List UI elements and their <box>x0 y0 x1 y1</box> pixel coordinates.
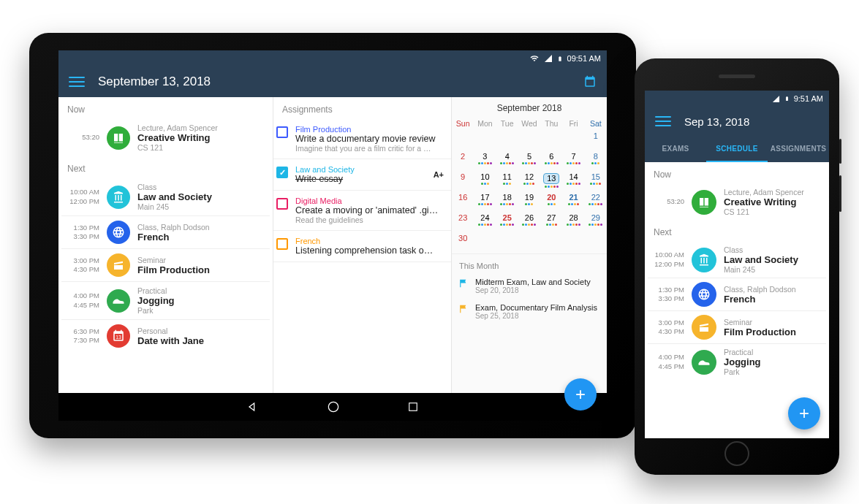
calendar-day[interactable]: 14 <box>562 172 584 192</box>
tab-assignments[interactable]: ASSIGNMENTS <box>768 136 829 162</box>
calendar-day[interactable]: 19 <box>518 192 540 213</box>
tab-schedule[interactable]: SCHEDULE <box>706 136 768 162</box>
calendar-day[interactable]: 7 <box>562 151 584 172</box>
calendar-day[interactable]: 20 <box>540 192 562 213</box>
calendar-day[interactable]: 29 <box>585 213 607 233</box>
calendar-day[interactable]: 4 <box>496 151 518 172</box>
calendar-day[interactable]: 8 <box>585 151 607 172</box>
assignment-item[interactable]: French Listening comprehension task o… <box>273 231 451 262</box>
this-month-label: This Month <box>452 253 607 273</box>
schedule-item[interactable]: 10:00 AM12:00 PM Class Law and Society M… <box>61 178 270 216</box>
schedule-item[interactable]: 6:30 PM7:30 PM 13 Personal Date with Jan… <box>61 320 270 352</box>
signal-icon <box>544 54 553 63</box>
schedule-item[interactable]: 10:00 AM12:00 PM Class Law and Society M… <box>648 242 826 278</box>
menu-icon[interactable] <box>69 74 85 90</box>
fab-add[interactable]: + <box>564 378 597 411</box>
calendar-day[interactable]: 15 <box>585 172 607 192</box>
tab-exams[interactable]: EXAMS <box>645 136 706 162</box>
time-label: 3:00 PM4:30 PM <box>649 318 684 337</box>
phone-frame: 9:51 AM Sep 13, 2018 EXAMSSCHEDULEASSIGN… <box>635 58 839 475</box>
calendar-day[interactable]: 9 <box>452 172 474 192</box>
schedule-item[interactable]: 1:30 PM3:30 PM Class, Ralph Dodson Frenc… <box>61 216 270 249</box>
tablet-frame: 09:51 AM September 13, 2018 Now 53:20 Le… <box>29 33 636 438</box>
svg-point-1 <box>328 402 338 411</box>
schedule-item[interactable]: 53:20 Lecture, Adam Spencer Creative Wri… <box>61 119 270 156</box>
item-text: Class, Ralph Dodson French <box>724 285 796 305</box>
calendar-day[interactable]: 23 <box>452 213 474 233</box>
calendar-day[interactable]: 10 <box>474 172 496 192</box>
calendar-day[interactable]: 27 <box>540 213 562 233</box>
assignment-title: Write a documentary movie review <box>295 134 444 144</box>
month-event[interactable]: Exam, Documentary Film Analysis Sep 25, … <box>452 299 607 324</box>
calendar-day[interactable]: 16 <box>452 192 474 213</box>
calendar-day[interactable]: 3 <box>474 151 496 172</box>
time-label: 4:00 PM4:45 PM <box>64 291 99 310</box>
time-label: 1:30 PM3:30 PM <box>649 286 684 304</box>
wifi-icon <box>529 54 540 63</box>
fab-add[interactable]: + <box>788 397 820 429</box>
shoe-icon <box>107 289 130 313</box>
calendar-day[interactable]: 11 <box>496 172 518 192</box>
checkbox[interactable] <box>276 167 288 178</box>
nav-recent-icon[interactable] <box>406 400 420 413</box>
schedule-item[interactable]: 4:00 PM4:45 PM Practical Jogging Park <box>648 344 826 380</box>
nav-bar <box>58 393 607 421</box>
calendar-day[interactable]: 13 <box>540 172 562 192</box>
nav-back-icon[interactable] <box>246 400 260 414</box>
checkbox[interactable] <box>276 198 288 210</box>
assignments-label: Assignments <box>273 97 451 119</box>
calendar-day[interactable]: 21 <box>562 192 584 213</box>
item-meta: Class, Ralph Dodson <box>724 285 796 294</box>
item-text: Personal Date with Jane <box>137 327 204 346</box>
item-title: Law and Society <box>724 254 798 265</box>
weekday-label: Sat <box>585 116 607 131</box>
calendar-day[interactable]: 28 <box>562 213 584 233</box>
tabs: EXAMSSCHEDULEASSIGNMENTS <box>645 136 829 162</box>
schedule-item[interactable]: 1:30 PM3:30 PM Class, Ralph Dodson Frenc… <box>648 278 826 311</box>
schedule-item[interactable]: 4:00 PM4:45 PM Practical Jogging Park <box>61 282 270 320</box>
item-title: French <box>724 294 796 305</box>
item-sub: Park <box>724 367 761 376</box>
clapper-icon <box>107 253 130 277</box>
svg-rect-2 <box>409 403 417 411</box>
item-meta: Seminar <box>137 256 210 264</box>
calendar-day[interactable]: 2 <box>452 151 474 172</box>
calendar-day[interactable]: 6 <box>540 151 562 172</box>
assignment-item[interactable]: Film Production Write a documentary movi… <box>273 119 451 159</box>
calendar-day[interactable]: 22 <box>585 192 607 213</box>
assignment-item[interactable]: Law and Society Write essay A+ <box>273 159 451 191</box>
tablet-screen: 09:51 AM September 13, 2018 Now 53:20 Le… <box>58 50 607 421</box>
calendar-day[interactable]: 25 <box>496 213 518 233</box>
calendar-day[interactable]: 1 <box>585 131 607 151</box>
schedule-item[interactable]: 3:00 PM4:30 PM Seminar Film Production <box>648 311 826 344</box>
item-meta: Class <box>724 245 798 254</box>
calendar-grid: SunMonTueWedThuFriSat1234567891011121314… <box>452 116 607 253</box>
status-bar: 09:51 AM <box>58 50 607 66</box>
time-label: 1:30 PM3:30 PM <box>64 224 99 242</box>
calendar-day[interactable]: 24 <box>474 213 496 233</box>
item-meta: Seminar <box>724 318 796 327</box>
menu-icon[interactable] <box>655 113 671 129</box>
schedule-item[interactable]: 3:00 PM4:30 PM Seminar Film Production <box>61 249 270 282</box>
calendar-day[interactable]: 26 <box>518 213 540 233</box>
item-text: Lecture, Adam Spencer Creative Writing C… <box>137 123 218 152</box>
item-sub: CS 121 <box>137 143 218 152</box>
book-icon <box>107 126 130 150</box>
item-title: Jogging <box>724 356 761 367</box>
month-event[interactable]: Midterm Exam, Law and Society Sep 20, 20… <box>452 273 607 299</box>
calendar-day[interactable]: 12 <box>518 172 540 192</box>
assignment-item[interactable]: Digital Media Create a moving or 'animat… <box>273 191 451 231</box>
checkbox[interactable] <box>276 238 288 250</box>
content: Now 53:20 Lecture, Adam Spencer Creative… <box>58 97 607 393</box>
calendar-day[interactable]: 30 <box>452 233 474 253</box>
schedule-item[interactable]: 53:20 Lecture, Adam Spencer Creative Wri… <box>648 184 826 220</box>
nav-home-icon[interactable] <box>326 400 341 414</box>
checkbox[interactable] <box>276 126 288 138</box>
calendar-day[interactable]: 17 <box>474 192 496 213</box>
item-meta: Lecture, Adam Spencer <box>724 188 804 196</box>
calendar-day[interactable]: 18 <box>496 192 518 213</box>
item-sub: Park <box>137 306 175 315</box>
calendar-today-icon[interactable] <box>583 75 597 88</box>
assignments-pane: Assignments Film Production Write a docu… <box>273 97 452 393</box>
calendar-day[interactable]: 5 <box>518 151 540 172</box>
